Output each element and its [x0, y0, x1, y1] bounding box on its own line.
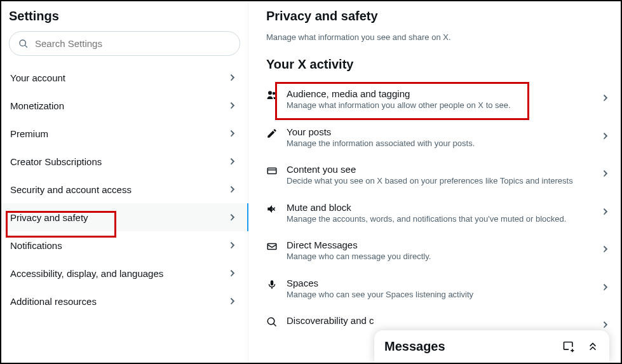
option-title: Your posts: [287, 126, 592, 137]
chevron-right-icon: [227, 72, 239, 83]
chevron-right-icon: [227, 100, 239, 111]
search-icon: [266, 316, 278, 328]
sidebar-item-label: Premium: [10, 128, 48, 139]
chevron-right-icon: [227, 128, 239, 139]
sidebar-item-creator-subscriptions[interactable]: Creator Subscriptions: [1, 147, 248, 175]
sidebar-item-notifications[interactable]: Notifications: [1, 231, 248, 259]
option-your-posts[interactable]: Your postsManage the information associa…: [266, 119, 618, 157]
sidebar-item-monetization[interactable]: Monetization: [1, 91, 248, 119]
chevron-right-icon: [600, 130, 612, 142]
page-subtitle: Manage what information you see and shar…: [266, 32, 618, 42]
chevron-right-icon: [600, 92, 612, 104]
new-message-icon[interactable]: [562, 340, 575, 353]
option-mute-and-block[interactable]: Mute and blockManage the accounts, words…: [266, 194, 618, 233]
sidebar-item-label: Accessibility, display, and languages: [10, 268, 163, 279]
search-input[interactable]: [35, 38, 231, 49]
option-title: Mute and block: [287, 202, 592, 213]
chevron-right-icon: [227, 184, 239, 195]
messages-title: Messages: [384, 339, 445, 354]
messages-drawer[interactable]: Messages: [374, 330, 609, 363]
people-icon: [266, 90, 278, 101]
section-heading: Your X activity: [266, 42, 618, 81]
card-icon: [266, 165, 278, 177]
search-icon: [18, 39, 29, 49]
sidebar-item-accessibility-display-and-languages[interactable]: Accessibility, display, and languages: [1, 259, 248, 287]
option-direct-messages[interactable]: Direct MessagesManage who can message yo…: [266, 232, 618, 270]
sidebar-item-label: Security and account access: [10, 184, 132, 195]
option-content-you-see[interactable]: Content you seeDecide what you see on X …: [266, 156, 618, 194]
chevron-right-icon: [227, 267, 239, 279]
page-title: Privacy and safety: [266, 6, 618, 32]
option-desc: Manage the information associated with y…: [287, 138, 592, 149]
expand-icon[interactable]: [586, 340, 599, 353]
sidebar-item-security-and-account-access[interactable]: Security and account access: [1, 175, 248, 203]
search-settings[interactable]: [9, 31, 240, 56]
sidebar-item-label: Notifications: [10, 240, 62, 251]
chevron-right-icon: [600, 206, 612, 217]
option-title: Spaces: [287, 278, 592, 288]
sidebar-item-label: Additional resources: [10, 296, 97, 307]
chevron-right-icon: [600, 319, 612, 330]
option-desc: Manage the accounts, words, and notifica…: [287, 213, 592, 225]
chevron-right-icon: [600, 168, 612, 179]
option-title: Direct Messages: [287, 239, 592, 250]
sidebar-item-label: Privacy and safety: [10, 212, 88, 223]
sidebar-item-your-account[interactable]: Your account: [1, 64, 248, 91]
chevron-right-icon: [227, 239, 239, 251]
sidebar-item-additional-resources[interactable]: Additional resources: [1, 287, 248, 315]
sidebar-item-label: Creator Subscriptions: [10, 156, 102, 167]
sidebar-item-privacy-and-safety[interactable]: Privacy and safety: [1, 203, 248, 231]
mic-icon: [266, 279, 278, 290]
option-desc: Manage who can message you directly.: [287, 251, 592, 262]
chevron-right-icon: [227, 212, 239, 223]
option-title: Content you see: [287, 164, 592, 175]
chevron-right-icon: [600, 281, 612, 293]
sidebar-item-label: Your account: [10, 72, 65, 83]
option-desc: Manage what information you allow other …: [287, 100, 592, 111]
option-spaces[interactable]: SpacesManage who can see your Spaces lis…: [266, 270, 618, 308]
chevron-right-icon: [227, 156, 239, 167]
option-title: Discoverability and c: [287, 315, 592, 326]
option-audience-media-and-tagging[interactable]: Audience, media and taggingManage what i…: [266, 81, 618, 119]
detail-panel: Privacy and safety Manage what informati…: [248, 1, 621, 363]
sidebar-item-label: Monetization: [10, 100, 64, 111]
chevron-right-icon: [227, 295, 239, 307]
settings-title: Settings: [1, 6, 248, 31]
sidebar-item-premium[interactable]: Premium: [1, 119, 248, 147]
option-desc: Manage who can see your Spaces listening…: [287, 289, 592, 300]
chevron-right-icon: [600, 243, 612, 255]
pencil-icon: [266, 128, 278, 139]
option-desc: Decide what you see on X based on your p…: [287, 175, 592, 187]
mute-icon: [266, 203, 278, 215]
envelope-icon: [266, 241, 278, 252]
settings-sidebar: Settings Your accountMonetizationPremium…: [1, 1, 248, 363]
option-title: Audience, media and tagging: [287, 88, 592, 99]
